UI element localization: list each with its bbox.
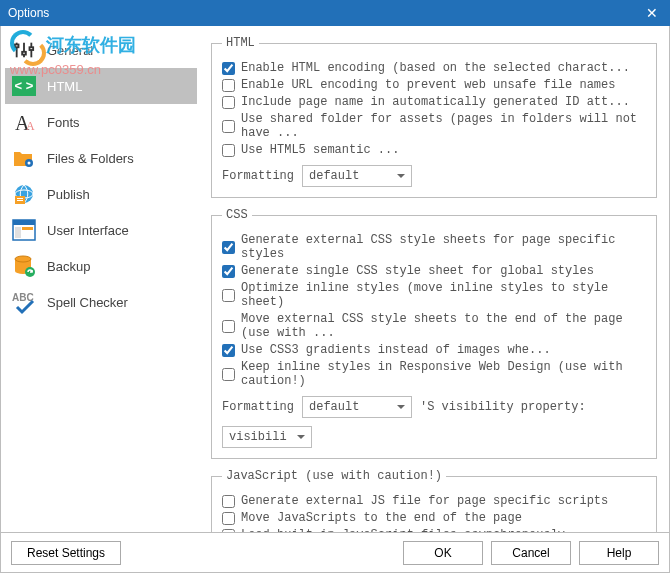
svg-text:A: A [26, 119, 35, 133]
js-checkbox-row[interactable]: Generate external JS file for page speci… [222, 494, 646, 508]
font-icon: AA [11, 109, 37, 135]
html-checkbox-row[interactable]: Enable URL encoding to prevent web unsaf… [222, 78, 646, 92]
sidebar-item-backup[interactable]: Backup [5, 248, 197, 284]
checkbox-label: Move external CSS style sheets to the en… [241, 312, 646, 340]
html-formatting-select[interactable]: default [302, 165, 412, 187]
svg-rect-15 [17, 198, 23, 199]
css-checkbox-row[interactable]: Keep inline styles in Responsive Web Des… [222, 360, 646, 388]
sidebar-item-label: User Interface [47, 223, 129, 238]
spellcheck-icon: ABC [11, 289, 37, 315]
svg-text:ABC: ABC [12, 292, 34, 303]
checkbox-label: Load built-in JavaScript files asynchron… [241, 528, 565, 532]
sidebar-item-label: Fonts [47, 115, 80, 130]
html-checkbox-row[interactable]: Enable HTML encoding (based on the selec… [222, 61, 646, 75]
group-legend: CSS [222, 208, 252, 222]
sliders-icon [11, 37, 37, 63]
checkbox-label: Generate external JS file for page speci… [241, 494, 608, 508]
checkbox-label: Include page name in automatically gener… [241, 95, 630, 109]
checkbox-label: Keep inline styles in Responsive Web Des… [241, 360, 646, 388]
svg-rect-5 [30, 47, 34, 50]
cancel-button[interactable]: Cancel [491, 541, 571, 565]
group-legend: HTML [222, 36, 259, 50]
group-js: JavaScript (use with caution!) Generate … [211, 469, 657, 532]
svg-rect-20 [22, 227, 33, 230]
css-checkbox[interactable] [222, 368, 235, 381]
reset-settings-button[interactable]: Reset Settings [11, 541, 121, 565]
sidebar-item-publish[interactable]: Publish [5, 176, 197, 212]
svg-rect-16 [17, 200, 23, 201]
formatting-label: Formatting [222, 400, 294, 414]
close-icon[interactable]: ✕ [642, 5, 662, 21]
svg-rect-4 [22, 52, 26, 55]
js-checkbox[interactable] [222, 512, 235, 525]
js-checkbox-row[interactable]: Move JavaScripts to the end of the page [222, 511, 646, 525]
sidebar-item-html[interactable]: < > HTML [5, 68, 197, 104]
sidebar: General < > HTML AA Fonts Files & Folder… [1, 26, 201, 532]
css-checkbox-row[interactable]: Optimize inline styles (move inline styl… [222, 281, 646, 309]
html-checkbox-row[interactable]: Use shared folder for assets (pages in f… [222, 112, 646, 140]
sidebar-item-label: General [47, 43, 93, 58]
svg-rect-3 [15, 45, 19, 48]
css-checkbox[interactable] [222, 265, 235, 278]
sidebar-item-label: Backup [47, 259, 90, 274]
folder-gear-icon [11, 145, 37, 171]
sidebar-item-user-interface[interactable]: User Interface [5, 212, 197, 248]
html-checkbox[interactable] [222, 144, 235, 157]
html-checkbox[interactable] [222, 62, 235, 75]
sidebar-item-spell-checker[interactable]: ABC Spell Checker [5, 284, 197, 320]
html-checkbox-row[interactable]: Use HTML5 semantic ... [222, 143, 646, 157]
sidebar-item-fonts[interactable]: AA Fonts [5, 104, 197, 140]
sidebar-item-label: HTML [47, 79, 82, 94]
css-checkbox[interactable] [222, 289, 235, 302]
checkbox-label: Enable HTML encoding (based on the selec… [241, 61, 630, 75]
css-checkbox-row[interactable]: Generate external CSS style sheets for p… [222, 233, 646, 261]
checkbox-label: Use shared folder for assets (pages in f… [241, 112, 646, 140]
visibility-label: 'S visibility property: [420, 400, 586, 414]
checkbox-label: Enable URL encoding to prevent web unsaf… [241, 78, 615, 92]
sidebar-item-general[interactable]: General [5, 32, 197, 68]
svg-rect-18 [13, 220, 35, 225]
checkbox-label: Use CSS3 gradients instead of images whe… [241, 343, 551, 357]
css-checkbox-row[interactable]: Move external CSS style sheets to the en… [222, 312, 646, 340]
sidebar-item-files-folders[interactable]: Files & Folders [5, 140, 197, 176]
window-icon [11, 217, 37, 243]
ok-button[interactable]: OK [403, 541, 483, 565]
footer: Reset Settings OK Cancel Help [0, 533, 670, 573]
checkbox-label: Optimize inline styles (move inline styl… [241, 281, 646, 309]
css-checkbox[interactable] [222, 344, 235, 357]
checkbox-label: Move JavaScripts to the end of the page [241, 511, 522, 525]
css-formatting-select[interactable]: default [302, 396, 412, 418]
help-button[interactable]: Help [579, 541, 659, 565]
sidebar-item-label: Publish [47, 187, 90, 202]
database-icon [11, 253, 37, 279]
svg-point-11 [28, 162, 31, 165]
checkbox-label: Generate single CSS style sheet for glob… [241, 264, 594, 278]
html-checkbox[interactable] [222, 96, 235, 109]
css-checkbox-row[interactable]: Generate single CSS style sheet for glob… [222, 264, 646, 278]
html-checkbox-row[interactable]: Include page name in automatically gener… [222, 95, 646, 109]
group-html: HTML Enable HTML encoding (based on the … [211, 36, 657, 198]
html-checkbox[interactable] [222, 120, 235, 133]
code-icon: < > [11, 73, 37, 99]
content-panel: HTML Enable HTML encoding (based on the … [201, 26, 669, 532]
css-checkbox-row[interactable]: Use CSS3 gradients instead of images whe… [222, 343, 646, 357]
css-checkbox[interactable] [222, 241, 235, 254]
html-checkbox[interactable] [222, 79, 235, 92]
formatting-label: Formatting [222, 169, 294, 183]
sidebar-item-label: Spell Checker [47, 295, 128, 310]
css-checkbox[interactable] [222, 320, 235, 333]
window-title: Options [8, 6, 642, 20]
group-legend: JavaScript (use with caution!) [222, 469, 446, 483]
js-checkbox[interactable] [222, 495, 235, 508]
js-checkbox-row[interactable]: Load built-in JavaScript files asynchron… [222, 528, 646, 532]
group-css: CSS Generate external CSS style sheets f… [211, 208, 657, 459]
checkbox-label: Generate external CSS style sheets for p… [241, 233, 646, 261]
globe-icon [11, 181, 37, 207]
svg-text:< >: < > [15, 78, 34, 93]
sidebar-item-label: Files & Folders [47, 151, 134, 166]
checkbox-label: Use HTML5 semantic ... [241, 143, 399, 157]
svg-rect-19 [15, 227, 21, 238]
titlebar: Options ✕ [0, 0, 670, 26]
js-checkbox[interactable] [222, 529, 235, 533]
css-visibility-select[interactable]: visibili [222, 426, 312, 448]
